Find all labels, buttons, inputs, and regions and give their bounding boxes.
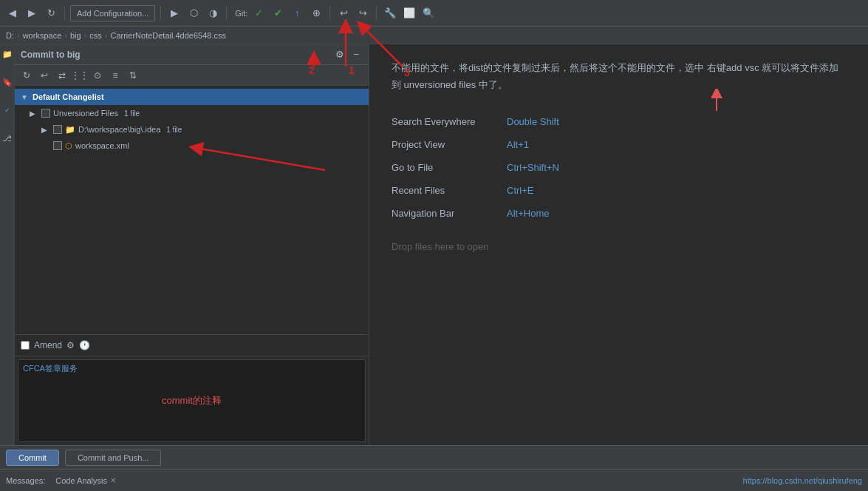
file-tree: ▼ Default Changelist ▶ Unversioned Files… (15, 86, 369, 334)
git-commit-btn[interactable]: ✓ (250, 5, 267, 21)
shortcut-nav-name: Navigation Bar (392, 208, 495, 219)
file-checkbox[interactable] (53, 141, 62, 150)
shortcut-search-key: Double Shift (507, 116, 559, 127)
back-btn[interactable]: ◀ (4, 5, 21, 21)
code-analysis-close-icon[interactable]: ✕ (110, 476, 116, 484)
bottom-action-bar: Commit Commit and Push... (0, 445, 868, 469)
folder-path: D:\workspace\big\.idea (78, 125, 160, 134)
right-panel: 不能用的文件，将dist的文件复制过来后，然后将这个不能用的文件，选中 右键ad… (369, 44, 868, 445)
sidebar-bookmark-icon[interactable]: 🔖 (1, 75, 14, 89)
unversioned-files-item[interactable]: ▶ Unversioned Files 1 file (15, 105, 369, 121)
code-analysis-tab[interactable]: Code Analysis ✕ (51, 475, 120, 487)
amend-gear-btn[interactable]: ⚙ (66, 340, 75, 351)
amend-history-btn[interactable]: 🕐 (79, 340, 90, 351)
show-diff-btn[interactable]: ⇄ (55, 68, 69, 83)
commit-panel-title: Commit to big (21, 50, 81, 60)
code-analysis-label: Code Analysis (55, 476, 107, 485)
commit-panel-gear-btn[interactable]: ⚙ (333, 48, 346, 61)
commit-push-button[interactable]: Commit and Push... (65, 450, 162, 466)
changelist-item[interactable]: ▼ Default Changelist (15, 89, 369, 105)
debug-btn[interactable]: ⬡ (185, 5, 202, 21)
shortcut-recent-name: Recent Files (392, 185, 495, 196)
chinese-text-content: 不能用的文件，将dist的文件复制过来后，然后将这个不能用的文件，选中 右键ad… (392, 62, 838, 90)
folder-checkbox[interactable] (53, 125, 62, 134)
breadcrumb-big: big (70, 31, 81, 40)
status-messages-label: Messages: (6, 476, 45, 485)
revert-btn[interactable]: ↩ (37, 68, 52, 83)
shortcut-item-project: Project View Alt+1 (392, 139, 846, 150)
redo-btn[interactable]: ↪ (355, 5, 371, 21)
xml-file-icon: ⬡ (65, 141, 72, 151)
status-bar: Messages: Code Analysis ✕ https://blog.c… (0, 469, 868, 491)
folder-item[interactable]: ▶ 📁 D:\workspace\big\.idea 1 file (15, 121, 369, 138)
shortcut-item-nav: Navigation Bar Alt+Home (392, 208, 846, 219)
refresh-btn[interactable]: ↻ (43, 5, 59, 21)
commit-message-placeholder: commit的注释 (162, 394, 222, 407)
search-everywhere-btn[interactable]: 🔍 (420, 5, 437, 21)
add-config-label: Add Configuration... (77, 9, 148, 18)
changelist-label: Default Changelist (33, 92, 104, 101)
shortcut-recent-key: Ctrl+E (507, 185, 533, 196)
add-config-button[interactable]: Add Configuration... (70, 5, 155, 21)
group-btn[interactable]: ⋮⋮ (72, 68, 87, 83)
filter-btn[interactable]: ⊙ (90, 68, 105, 83)
shortcut-project-name: Project View (392, 139, 495, 150)
shortcut-nav-key: Alt+Home (507, 208, 549, 219)
sort-btn[interactable]: ⇅ (126, 68, 140, 83)
breadcrumb-file: CarrierNoteDetail.4dde6548.css (110, 31, 226, 40)
git-check-btn[interactable]: ✔ (270, 5, 286, 21)
unversioned-expand-icon: ▶ (30, 109, 38, 118)
folder-icon: 📁 (65, 125, 75, 135)
commit-toolbar: ↻ ↩ ⇄ ⋮⋮ ⊙ ≡ ⇅ (15, 65, 369, 86)
sep4 (329, 7, 330, 20)
changelist-expand-icon: ▼ (21, 93, 30, 101)
drop-text: Drop files here to open (392, 241, 846, 252)
unversioned-checkbox[interactable] (41, 109, 50, 118)
shortcut-goto-name: Go to File (392, 162, 495, 173)
breadcrumb-css: css (89, 31, 102, 40)
run-btn[interactable]: ▶ (166, 5, 182, 21)
sidebar-project-icon[interactable]: 📁 (1, 47, 14, 61)
sep2 (160, 7, 161, 20)
settings-btn[interactable]: 🔧 (382, 5, 398, 21)
git-label: Git: (235, 9, 247, 18)
forward-btn[interactable]: ▶ (24, 5, 40, 21)
shortcut-item-recent: Recent Files Ctrl+E (392, 185, 846, 196)
shortcut-list: Search Everywhere Double Shift Project V… (392, 116, 846, 219)
undo-btn[interactable]: ↩ (335, 5, 352, 21)
amend-label: Amend (34, 340, 62, 351)
unversioned-label: Unversioned Files (53, 109, 118, 118)
expand-btn[interactable]: ≡ (108, 68, 123, 83)
git-push-btn[interactable]: ↑ (289, 5, 305, 21)
breadcrumb-workspace: workspace (23, 31, 62, 40)
breadcrumb-d: D: (6, 31, 14, 40)
breadcrumb: D: › workspace › big › css › CarrierNote… (0, 27, 868, 44)
shortcut-item-search: Search Everywhere Double Shift (392, 116, 846, 127)
git-settings-btn[interactable]: ⊕ (308, 5, 324, 21)
shortcut-search-name: Search Everywhere (392, 116, 495, 127)
commit-message-area: CFCA签章服务 commit的注释 (15, 356, 369, 445)
commit-panel-minus-btn[interactable]: − (349, 48, 363, 61)
refresh-changes-btn[interactable]: ↻ (19, 68, 34, 83)
status-url: https://blog.csdn.net/qiushirufeng (743, 476, 862, 485)
folder-count: 1 file (166, 126, 182, 134)
sidebar-git-icon[interactable]: ⎇ (1, 132, 14, 145)
unversioned-count: 1 file (124, 109, 140, 118)
shortcut-goto-key: Ctrl+Shift+N (507, 162, 559, 173)
commit-panel: Commit to big ⚙ − ↻ ↩ ⇄ ⋮⋮ ⊙ ≡ ⇅ ▼ Defau… (15, 44, 369, 445)
run-with-coverage-btn[interactable]: ◑ (205, 5, 221, 21)
main-layout: 📁 🔖 ✓ ⎇ Commit to big ⚙ − ↻ ↩ ⇄ ⋮⋮ ⊙ ≡ ⇅ (0, 44, 868, 445)
sidebar-commit-icon[interactable]: ✓ (1, 104, 14, 117)
commit-message-text: CFCA签章服务 (23, 363, 360, 374)
commit-message-box[interactable]: CFCA签章服务 commit的注释 (18, 359, 366, 442)
amend-area: Amend ⚙ 🕐 (15, 334, 369, 356)
annotation-text: 不能用的文件，将dist的文件复制过来后，然后将这个不能用的文件，选中 右键ad… (392, 59, 846, 94)
commit-button[interactable]: Commit (6, 450, 59, 466)
left-sidebar: 📁 🔖 ✓ ⎇ (0, 44, 15, 445)
shortcut-project-key: Alt+1 (507, 139, 529, 150)
amend-checkbox[interactable] (21, 341, 30, 350)
sep5 (376, 7, 377, 20)
top-toolbar: ◀ ▶ ↻ Add Configuration... ▶ ⬡ ◑ Git: ✓ … (0, 0, 868, 27)
split-btn[interactable]: ⬜ (401, 5, 417, 21)
workspace-xml-item[interactable]: ⬡ workspace.xml (15, 138, 369, 154)
